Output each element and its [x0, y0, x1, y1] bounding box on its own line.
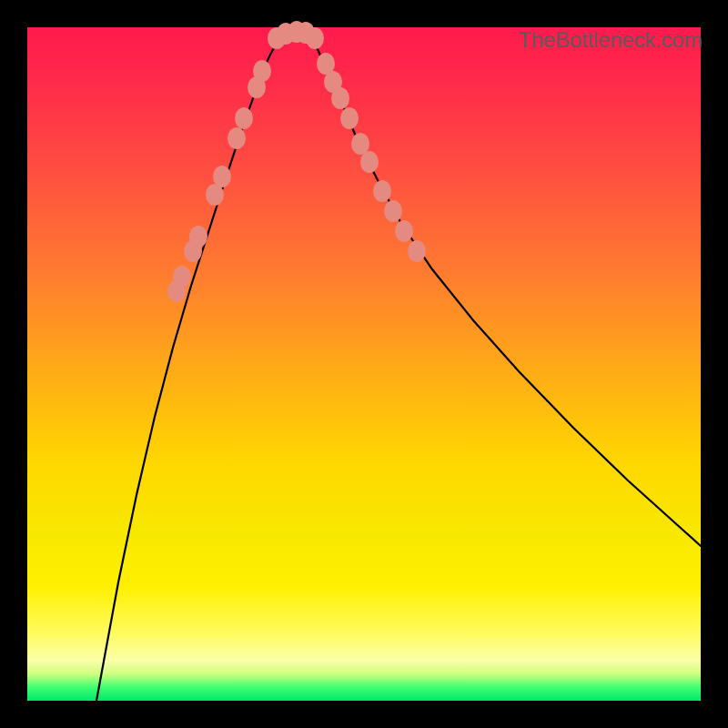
marker-dot — [253, 60, 271, 82]
marker-dot — [306, 27, 324, 49]
chart-frame: TheBottleneck.com — [0, 0, 728, 728]
curve-left-curve — [96, 32, 284, 701]
marker-dot — [173, 266, 191, 288]
marker-dot — [373, 180, 391, 202]
plot-area: TheBottleneck.com — [27, 27, 701, 701]
marker-dot — [384, 200, 402, 222]
curve-group — [96, 32, 701, 701]
marker-dot — [213, 166, 231, 187]
chart-overlay — [27, 27, 701, 701]
marker-dot — [189, 226, 207, 248]
marker-dot — [235, 107, 253, 129]
marker-dot — [408, 240, 426, 262]
marker-dot — [395, 220, 413, 242]
curve-right-curve — [308, 32, 701, 546]
marker-dot — [351, 133, 369, 155]
marker-dot — [228, 127, 246, 149]
marker-dot — [340, 107, 359, 129]
marker-dot — [360, 151, 379, 173]
marker-dot — [331, 87, 349, 109]
marker-group — [167, 21, 426, 302]
